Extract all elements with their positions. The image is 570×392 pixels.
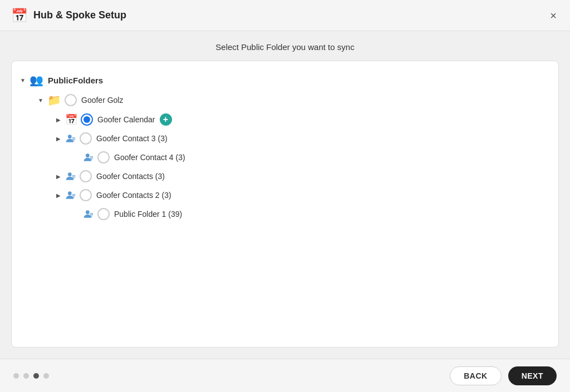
- tree-row-goofer-golz[interactable]: ▼ 📁 Goofer Golz: [18, 90, 552, 110]
- svg-rect-19: [90, 216, 92, 216]
- svg-rect-18: [90, 215, 94, 215]
- dot-4: [43, 373, 49, 379]
- contacts-icon: [65, 171, 76, 182]
- calendar-label: Goofer Calendar: [97, 115, 155, 124]
- contacts2-icon: [65, 190, 76, 201]
- svg-point-0: [68, 135, 72, 138]
- contact4-radio[interactable]: [97, 151, 110, 163]
- svg-rect-7: [90, 159, 92, 160]
- contacts2-chevron-icon: ▶: [54, 191, 63, 200]
- tree-row-public-folder-1[interactable]: Public Folder 1 (39): [18, 205, 552, 224]
- svg-point-16: [86, 210, 90, 214]
- contacts-chevron-icon: ▶: [54, 172, 63, 181]
- svg-rect-6: [90, 158, 94, 158]
- golz-label: Goofer Golz: [81, 96, 123, 105]
- page-subtitle: Select Public Folder you want to sync: [215, 42, 354, 52]
- contact3-icon: [65, 133, 76, 144]
- tree-row-goofer-contacts-2[interactable]: ▶ Goofer Contacts 2 (3): [18, 186, 552, 205]
- contacts2-label: Goofer Contacts 2 (3): [96, 191, 171, 200]
- progress-dots: [13, 373, 49, 379]
- folder-tree-panel: ▼ 👥 PublicFolders ▼ 📁 Goofer Golz ▶ 📅 Go…: [11, 61, 559, 348]
- golz-radio[interactable]: [65, 94, 77, 106]
- golz-chevron-icon: ▼: [36, 96, 45, 105]
- tree-row-goofer-contacts[interactable]: ▶ Goofer Contacts (3): [18, 167, 552, 186]
- contact4-icon: [83, 152, 94, 163]
- title-bar: 📅 Hub & Spoke Setup ×: [0, 0, 570, 31]
- contacts-radio[interactable]: [80, 170, 92, 182]
- calendar-title-icon: 📅: [11, 8, 28, 23]
- pubfolder1-icon: [83, 209, 94, 220]
- svg-rect-5: [90, 156, 94, 157]
- plus-badge-icon: +: [160, 113, 172, 126]
- svg-rect-2: [72, 139, 76, 140]
- public-folders-icon: 👥: [30, 73, 43, 87]
- contact3-label: Goofer Contact 3 (3): [96, 134, 168, 143]
- contact4-label: Goofer Contact 4 (3): [114, 153, 185, 162]
- dot-3: [33, 373, 39, 379]
- calendar-item-icon: 📅: [65, 113, 77, 126]
- pubfolder1-chevron-placeholder: [72, 210, 81, 219]
- calendar-chevron-icon: ▶: [54, 115, 63, 124]
- footer: BACK NEXT: [0, 359, 570, 392]
- tree-row-goofer-calendar[interactable]: ▶ 📅 Goofer Calendar +: [18, 110, 552, 129]
- next-button[interactable]: NEXT: [508, 366, 557, 385]
- window-title: Hub & Spoke Setup: [33, 9, 126, 21]
- svg-point-8: [68, 172, 72, 176]
- pubfolder1-label: Public Folder 1 (39): [114, 210, 182, 219]
- close-button[interactable]: ×: [548, 8, 559, 23]
- contact3-radio[interactable]: [80, 132, 92, 145]
- calendar-radio[interactable]: [81, 113, 93, 126]
- svg-rect-3: [72, 140, 75, 141]
- tree-row-goofer-contact-3[interactable]: ▶ Goofer Contact 3 (3): [18, 129, 552, 148]
- svg-point-12: [68, 191, 72, 195]
- root-chevron-icon: ▼: [18, 76, 27, 85]
- svg-rect-1: [72, 137, 76, 138]
- svg-rect-17: [90, 213, 94, 214]
- svg-rect-13: [72, 194, 76, 195]
- pubfolder1-radio[interactable]: [97, 208, 110, 220]
- svg-point-4: [86, 153, 90, 157]
- golz-folder-icon: 📁: [47, 93, 61, 107]
- main-content: Select Public Folder you want to sync ▼ …: [0, 31, 570, 359]
- tree-row-goofer-contact-4[interactable]: Goofer Contact 4 (3): [18, 148, 552, 167]
- tree-root-row[interactable]: ▼ 👥 PublicFolders: [18, 70, 552, 90]
- svg-rect-9: [72, 175, 76, 176]
- svg-rect-10: [72, 177, 76, 177]
- root-label: PublicFolders: [48, 76, 103, 85]
- dot-2: [23, 373, 29, 379]
- title-bar-left: 📅 Hub & Spoke Setup: [11, 8, 126, 23]
- svg-rect-14: [72, 196, 76, 196]
- dot-1: [13, 373, 19, 379]
- contacts2-radio[interactable]: [80, 189, 92, 201]
- contact3-chevron-icon: ▶: [54, 134, 63, 143]
- svg-rect-11: [72, 178, 75, 178]
- contact4-chevron-placeholder: [72, 153, 81, 162]
- svg-rect-15: [72, 197, 75, 197]
- contacts-label: Goofer Contacts (3): [96, 172, 165, 181]
- back-button[interactable]: BACK: [450, 366, 501, 385]
- footer-buttons: BACK NEXT: [450, 366, 557, 385]
